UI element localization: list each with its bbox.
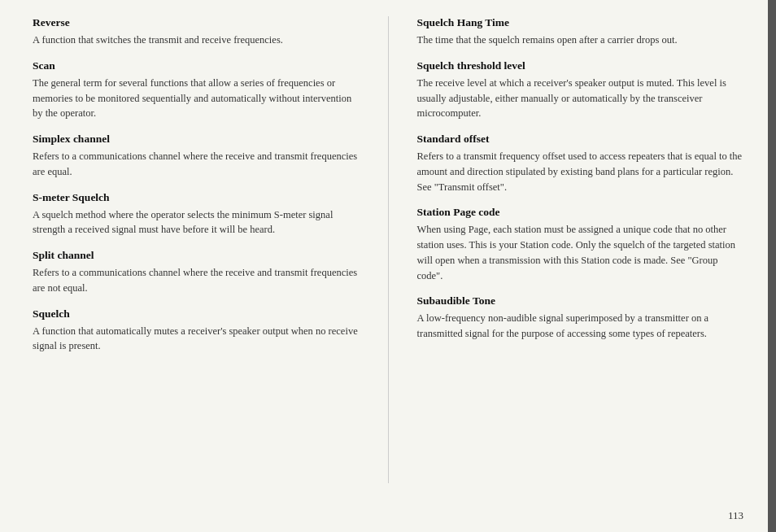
term-block-s-meter-squelch: S-meter SquelchA squelch method where th…	[33, 191, 360, 238]
term-block-scan: ScanThe general term for several functio…	[33, 59, 360, 121]
term-title-subaudible-tone: Subaudible Tone	[417, 294, 744, 307]
term-title-standard-offset: Standard offset	[417, 133, 744, 146]
term-block-simplex-channel: Simplex channelRefers to a communication…	[33, 133, 360, 180]
term-body-s-meter-squelch: A squelch method where the operator sele…	[33, 207, 360, 238]
term-body-standard-offset: Refers to a transmit frequency offset us…	[417, 149, 744, 194]
term-body-subaudible-tone: A low-frequency non-audible signal super…	[417, 311, 744, 342]
content-columns: ReverseA function that switches the tran…	[33, 16, 743, 483]
page: ReverseA function that switches the tran…	[0, 0, 776, 532]
right-column: Squelch Hang TimeThe time that the squel…	[417, 16, 744, 483]
column-divider	[388, 16, 389, 483]
term-body-squelch: A function that automatically mutes a re…	[33, 324, 360, 355]
term-block-squelch: SquelchA function that automatically mut…	[33, 307, 360, 355]
right-edge-bar	[768, 0, 776, 532]
term-block-split-channel: Split channelRefers to a communications …	[33, 249, 360, 296]
term-title-squelch-threshold-level: Squelch threshold level	[417, 59, 744, 72]
left-column: ReverseA function that switches the tran…	[33, 16, 360, 483]
term-title-squelch-hang-time: Squelch Hang Time	[417, 16, 744, 29]
term-body-squelch-hang-time: The time that the squelch remains open a…	[417, 33, 744, 48]
term-block-squelch-threshold-level: Squelch threshold levelThe receive level…	[417, 59, 744, 121]
term-title-simplex-channel: Simplex channel	[33, 133, 360, 146]
term-body-reverse: A function that switches the transmit an…	[33, 33, 360, 48]
term-body-scan: The general term for several functions t…	[33, 76, 360, 121]
term-block-squelch-hang-time: Squelch Hang TimeThe time that the squel…	[417, 16, 744, 48]
term-block-reverse: ReverseA function that switches the tran…	[33, 16, 360, 48]
term-title-split-channel: Split channel	[33, 249, 360, 262]
term-title-reverse: Reverse	[33, 16, 360, 29]
term-body-squelch-threshold-level: The receive level at which a receiver's …	[417, 76, 744, 121]
term-body-station-page-code: When using Page, each station must be as…	[417, 222, 744, 283]
term-body-split-channel: Refers to a communications channel where…	[33, 265, 360, 296]
term-block-standard-offset: Standard offsetRefers to a transmit freq…	[417, 133, 744, 194]
term-title-s-meter-squelch: S-meter Squelch	[33, 191, 360, 204]
term-title-squelch: Squelch	[33, 307, 360, 321]
term-title-station-page-code: Station Page code	[417, 206, 744, 219]
term-title-scan: Scan	[33, 59, 360, 72]
term-body-simplex-channel: Refers to a communications channel where…	[33, 149, 360, 180]
term-block-subaudible-tone: Subaudible ToneA low-frequency non-audib…	[417, 294, 744, 342]
term-block-station-page-code: Station Page codeWhen using Page, each s…	[417, 206, 744, 283]
page-number: 113	[728, 509, 743, 522]
